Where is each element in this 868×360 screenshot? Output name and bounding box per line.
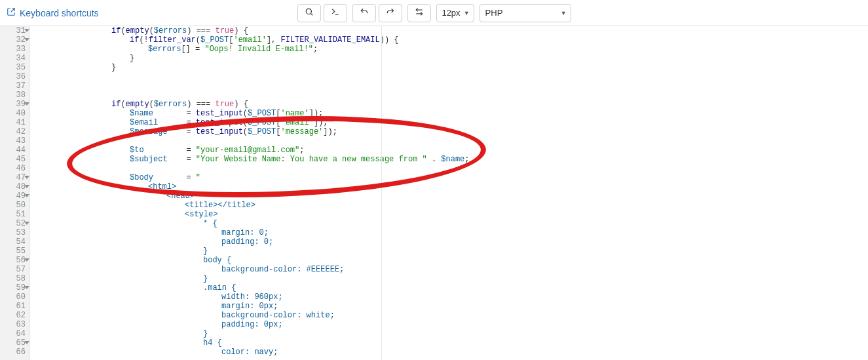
code-line[interactable]: $name = test_input($_POST['name']); [35, 109, 868, 118]
search-icon [304, 7, 313, 18]
code-line[interactable]: } [35, 63, 868, 72]
code-pane[interactable]: if(empty($errors) === true) {if(!filter_… [30, 26, 868, 360]
code-line[interactable]: $message = test_input($_POST['message'])… [35, 127, 868, 136]
line-number: 45 [0, 155, 29, 164]
line-number: 43 [0, 136, 29, 146]
code-line[interactable]: if(empty($errors) === true) { [35, 100, 868, 109]
code-line[interactable]: width: 960px; [35, 292, 868, 302]
language-value: PHP [485, 8, 503, 18]
redo-button[interactable] [378, 4, 402, 22]
external-link-icon [7, 7, 16, 18]
line-number: 46 [0, 164, 29, 173]
code-line[interactable] [35, 72, 868, 81]
line-number: 48 [0, 182, 29, 191]
code-line[interactable]: padding: 0px; [35, 320, 868, 329]
code-line[interactable] [35, 164, 868, 173]
code-line[interactable]: .main { [35, 283, 868, 292]
code-line[interactable]: } [35, 329, 868, 338]
terminal-button[interactable] [323, 4, 347, 22]
line-number: 36 [0, 72, 29, 81]
code-line[interactable]: if(!filter_var($_POST['email'], FILTER_V… [35, 35, 868, 45]
code-line[interactable]: <head> [35, 191, 868, 201]
code-line[interactable]: } [35, 247, 868, 256]
redo-icon [385, 7, 394, 18]
code-line[interactable]: if(empty($errors) === true) { [35, 26, 868, 35]
keyboard-shortcuts-label: Keyboard shortcuts [20, 8, 99, 18]
line-number: 54 [0, 237, 29, 247]
code-line[interactable]: margin: 0px; [35, 302, 868, 311]
code-line[interactable]: $subject = "Your Website Name: You have … [35, 155, 868, 164]
code-line[interactable]: $to = "your-email@gmail.com"; [35, 146, 868, 155]
code-line[interactable]: h4 { [35, 338, 868, 348]
line-number: 51 [0, 210, 29, 219]
search-button[interactable] [297, 4, 320, 22]
code-line[interactable]: } [35, 54, 868, 63]
editor: 3132333435363738394041424344454647484950… [0, 26, 868, 360]
line-number: 38 [0, 90, 29, 100]
line-number: 41 [0, 118, 29, 127]
line-number: 47 [0, 173, 29, 182]
line-number: 44 [0, 146, 29, 155]
code-line[interactable]: color: navy; [35, 348, 868, 357]
code-line[interactable]: $body = " [35, 173, 868, 182]
language-select[interactable]: PHP [480, 4, 571, 22]
line-number: 56 [0, 256, 29, 265]
line-number: 63 [0, 320, 29, 329]
code-line[interactable]: <title></title> [35, 201, 868, 210]
code-line[interactable]: background-color: white; [35, 311, 868, 320]
line-number: 37 [0, 81, 29, 90]
toolbar-center: 12px PHP [297, 4, 571, 22]
line-number: 57 [0, 265, 29, 274]
line-number: 49 [0, 191, 29, 201]
font-size-value: 12px [442, 8, 460, 18]
code-line[interactable] [35, 90, 868, 100]
code-line[interactable]: padding: 0; [35, 237, 868, 247]
line-number: 32 [0, 35, 29, 45]
line-number: 40 [0, 109, 29, 118]
line-number: 60 [0, 292, 29, 302]
swap-button[interactable] [407, 4, 430, 22]
toolbar: Keyboard shortcuts [0, 0, 868, 26]
code-line[interactable]: background-color: #EEEEEE; [35, 265, 868, 274]
line-number: 64 [0, 329, 29, 338]
line-number: 34 [0, 54, 29, 63]
arrows-horizontal-icon [414, 7, 423, 18]
line-number: 31 [0, 26, 29, 35]
line-number: 61 [0, 302, 29, 311]
line-number: 39 [0, 100, 29, 109]
line-number: 33 [0, 45, 29, 54]
code-line[interactable] [35, 81, 868, 90]
undo-button[interactable] [352, 4, 375, 22]
font-size-select[interactable]: 12px [436, 4, 474, 22]
code-line[interactable]: <style> [35, 210, 868, 219]
code-line[interactable]: } [35, 274, 868, 283]
code-line[interactable] [35, 136, 868, 146]
line-number: 59 [0, 283, 29, 292]
keyboard-shortcuts-link[interactable]: Keyboard shortcuts [7, 7, 99, 18]
code-line[interactable]: <html> [35, 182, 868, 191]
line-number: 35 [0, 63, 29, 72]
terminal-icon [330, 7, 339, 18]
code-line[interactable]: body { [35, 256, 868, 265]
line-number: 65 [0, 338, 29, 348]
code-line[interactable]: $errors[] = "Oops! Invalid E-mail!"; [35, 45, 868, 54]
code-line[interactable]: margin: 0; [35, 228, 868, 237]
line-number: 53 [0, 228, 29, 237]
line-number: 42 [0, 127, 29, 136]
line-number-gutter: 3132333435363738394041424344454647484950… [0, 26, 30, 360]
code-line[interactable]: * { [35, 219, 868, 228]
undo-icon [359, 7, 368, 18]
line-number: 62 [0, 311, 29, 320]
code-line[interactable]: $email = test_input($_POST['email']); [35, 118, 868, 127]
svg-point-0 [306, 9, 311, 14]
line-number: 50 [0, 201, 29, 210]
line-number: 52 [0, 219, 29, 228]
line-number: 58 [0, 274, 29, 283]
line-number: 55 [0, 247, 29, 256]
line-number: 66 [0, 348, 29, 357]
